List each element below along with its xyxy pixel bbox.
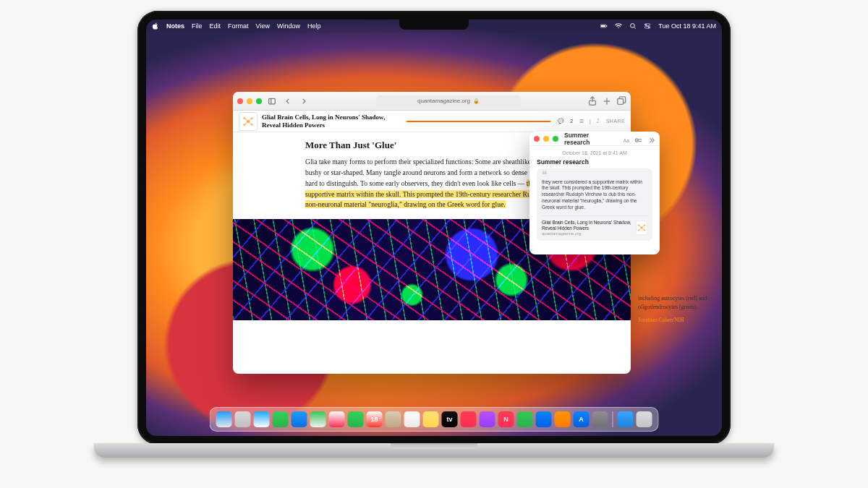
close-button[interactable] <box>534 136 540 142</box>
note-link-title: Glial Brain Cells, Long in Neurons' Shad… <box>542 220 631 231</box>
svg-rect-14 <box>618 98 624 104</box>
dock-app-contacts[interactable] <box>386 411 401 427</box>
article-title: Glial Brain Cells, Long in Neurons' Shad… <box>262 114 399 129</box>
dock-app-mail[interactable] <box>292 411 307 427</box>
dock-app-facetime[interactable] <box>348 411 364 427</box>
menu-active-app[interactable]: Notes <box>166 22 184 30</box>
spotlight-icon[interactable] <box>629 22 637 30</box>
quote-icon: ❝ <box>542 173 647 177</box>
dock-app-launchpad[interactable] <box>235 411 251 427</box>
dock-app-finder[interactable] <box>216 411 232 427</box>
stage: Notes File Edit Format View Window Help … <box>0 0 868 488</box>
menu-item-view[interactable]: View <box>256 22 270 30</box>
dock-app-calendar[interactable]: 18 <box>367 411 383 427</box>
laptop-frame: Notes File Edit Format View Window Help … <box>137 11 731 445</box>
note-link-favicon <box>636 221 647 235</box>
laptop-foot <box>94 443 774 458</box>
dock-app-messages[interactable] <box>273 411 289 427</box>
svg-line-4 <box>634 27 636 29</box>
dock-app-music[interactable] <box>461 411 477 427</box>
zoom-button[interactable] <box>256 98 262 104</box>
svg-line-34 <box>642 226 644 228</box>
dock-app-numbers[interactable] <box>517 411 533 427</box>
new-tab-icon[interactable] <box>602 96 612 106</box>
svg-point-7 <box>646 24 647 25</box>
note-window-title: Summer research <box>564 132 613 146</box>
comments-icon[interactable]: 💬 <box>558 119 564 124</box>
safari-toolbar: quantamagazine.org 🔒 <box>233 92 631 111</box>
svg-rect-1 <box>601 25 605 27</box>
dock-separator <box>613 411 613 427</box>
text-format-icon[interactable]: Aa <box>622 134 630 143</box>
dock-app-safari[interactable] <box>254 411 270 427</box>
apple-menu-icon[interactable] <box>152 22 159 30</box>
lock-icon: 🔒 <box>473 98 480 104</box>
dock-app-appstore[interactable]: A <box>574 411 590 427</box>
close-button[interactable] <box>237 98 243 104</box>
dock-app-reminders[interactable] <box>404 411 420 427</box>
accent-rule <box>407 121 550 122</box>
quick-note-window: Summer research Aa October 18, 2021 at 9… <box>529 132 660 254</box>
svg-line-35 <box>639 228 642 231</box>
tabs-overview-icon[interactable] <box>616 96 626 106</box>
minimize-button[interactable] <box>543 136 549 142</box>
menu-item-format[interactable]: Format <box>228 22 249 30</box>
note-source-link[interactable]: Glial Brain Cells, Long in Neurons' Shad… <box>542 215 647 236</box>
note-body[interactable]: October 18, 2021 at 9:41 AM Summer resea… <box>529 146 660 247</box>
sidebar-toggle-icon[interactable] <box>266 95 278 107</box>
site-settings-icon[interactable] <box>443 95 454 107</box>
minimize-button[interactable] <box>247 98 252 104</box>
dock-app-news[interactable]: N <box>498 411 514 427</box>
svg-line-36 <box>642 228 644 231</box>
forward-button[interactable] <box>298 95 310 107</box>
svg-line-22 <box>244 121 248 125</box>
svg-text:Aa: Aa <box>623 137 629 143</box>
menu-item-help[interactable]: Help <box>307 22 321 30</box>
note-toolbar: Summer research Aa <box>529 132 660 146</box>
display-notch <box>399 20 469 30</box>
site-logo[interactable] <box>239 112 258 131</box>
note-link-domain: quantamagazine.org <box>542 231 631 236</box>
note-timestamp: October 18, 2021 at 9:41 AM <box>537 150 652 155</box>
dock-app-podcasts[interactable] <box>480 411 495 427</box>
svg-rect-9 <box>269 98 276 104</box>
svg-line-33 <box>639 226 642 228</box>
menu-datetime[interactable]: Tue Oct 18 9:41 AM <box>658 22 716 30</box>
dock-app-tv[interactable]: tv <box>442 411 458 427</box>
wifi-icon[interactable] <box>615 22 622 30</box>
window-controls <box>237 98 262 104</box>
back-button[interactable] <box>282 95 294 107</box>
dock-app-downloads[interactable] <box>618 411 634 427</box>
menu-item-file[interactable]: File <box>192 22 203 30</box>
dock-app-trash[interactable] <box>637 411 652 427</box>
dock-app-notes[interactable] <box>423 411 439 427</box>
control-center-icon[interactable] <box>644 22 651 30</box>
dock-app-photos[interactable] <box>329 411 345 427</box>
comment-count: 2 <box>570 119 573 124</box>
zoom-button[interactable] <box>553 136 558 142</box>
battery-icon[interactable] <box>600 22 608 30</box>
share-label[interactable]: SHARE <box>606 119 625 124</box>
note-quote-card[interactable]: ❝ they were considered a supportive matr… <box>537 168 652 241</box>
svg-point-3 <box>631 24 635 28</box>
dock-app-maps[interactable] <box>310 411 326 427</box>
menu-item-window[interactable]: Window <box>277 22 300 30</box>
address-bar[interactable]: quantamagazine.org 🔒 <box>376 95 521 107</box>
note-heading: Summer research <box>537 158 652 166</box>
dock: 18tvNA <box>210 407 659 432</box>
menu-item-edit[interactable]: Edit <box>210 22 221 30</box>
dock-app-pages[interactable] <box>555 411 571 427</box>
checklist-icon[interactable] <box>634 134 642 143</box>
save-icon[interactable]: ☰ <box>579 119 584 124</box>
dock-app-keynote[interactable] <box>536 411 552 427</box>
note-quote-text: they were considered a supportive matrix… <box>542 179 647 211</box>
dock-app-settings[interactable] <box>592 411 608 427</box>
svg-line-23 <box>248 121 252 125</box>
share-icon[interactable] <box>587 96 597 106</box>
more-icon[interactable] <box>647 134 655 143</box>
svg-rect-2 <box>607 25 608 27</box>
svg-line-21 <box>248 118 252 121</box>
share-link-icon[interactable]: ⤴ <box>597 119 600 124</box>
svg-point-8 <box>648 27 650 28</box>
svg-line-20 <box>244 118 248 121</box>
